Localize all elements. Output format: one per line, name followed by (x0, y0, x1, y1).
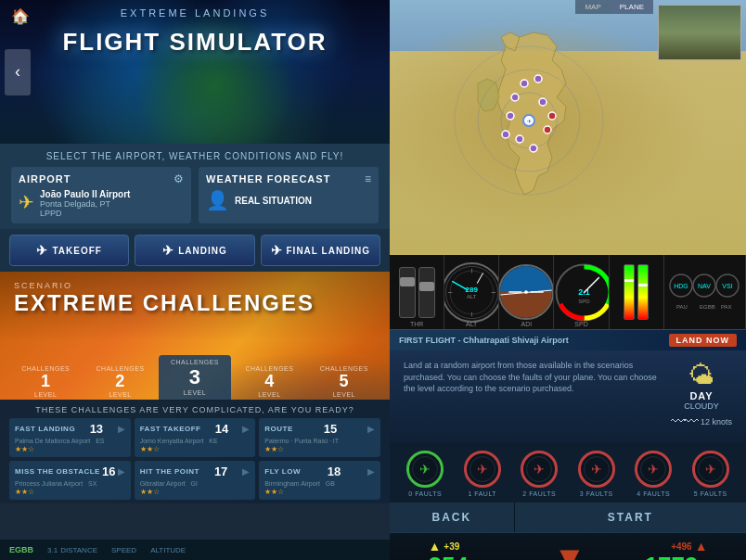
home-icon[interactable]: 🏠 (11, 7, 30, 25)
challenge-tab-1[interactable]: CHALLENGES 1 LEVEL (9, 362, 82, 401)
gear-icon[interactable]: ⚙ (174, 172, 184, 185)
challenge-item-14[interactable]: FAST TAKEOFF 14 ▶ Jomo Kenyatta Airport … (135, 418, 256, 457)
throttle-area (394, 262, 440, 323)
challenge-item-16[interactable]: MISS THE OBSTACLE 16 ▶ Princess Juliana … (9, 461, 131, 500)
challenge-14-arrow: ▶ (242, 424, 250, 434)
challenge-18-arrow: ▶ (367, 466, 375, 477)
challenge-tab-4[interactable]: CHALLENGES 4 LEVEL (233, 362, 305, 401)
tab5-level-label: LEVEL (310, 391, 379, 398)
svg-text:✈: ✈ (527, 119, 532, 124)
fault-3[interactable]: ✈ 3 FAULTS (571, 451, 624, 497)
weather-description: Land at a random airport from those avai… (404, 360, 662, 395)
tab4-level-label: LEVEL (235, 391, 303, 398)
takeoff-button[interactable]: ✈ TAKEOFF (9, 235, 129, 266)
tab2-challenges-label: CHALLENGES (85, 365, 154, 372)
svg-text:PAU: PAU (676, 304, 688, 310)
challenge-item-17[interactable]: HIT THE POINT 17 ▶ Gibraltar Airport GI … (135, 461, 256, 500)
weather-box[interactable]: WEATHER FORECAST ≡ 👤 REAL SITUATION (199, 167, 379, 223)
challenge-13-stars: ★★☆ (15, 445, 125, 453)
airport-code: LPPD (40, 209, 130, 218)
weather-person-icon: 👤 (206, 189, 229, 211)
weather-description-area: Land at a random airport from those avai… (404, 360, 662, 402)
challenge-18-num: 18 (328, 465, 341, 478)
challenge-16-stars: ★★☆ (15, 488, 125, 496)
left-panel: EXTREME LANDINGS FLIGHT SIMULATOR ‹ 🏠 SE… (0, 0, 390, 560)
fault-5[interactable]: ✈ 5 FAULTS (685, 451, 738, 497)
uk-map-svg: ✈ (445, 28, 612, 232)
map-tab-plane[interactable]: PLANE (611, 0, 653, 14)
final-landing-icon: ✈ (271, 243, 283, 258)
final-landing-button[interactable]: ✈ FINAL LANDING (261, 235, 380, 266)
challenge-13-num: 13 (90, 422, 103, 436)
airport-details: João Paulo II Airport Ponta Delgada, PT … (40, 189, 130, 218)
svg-point-16 (450, 271, 494, 314)
fault-5-label: 5 FAULTS (694, 490, 727, 497)
fault-0[interactable]: ✈ 0 FAULTS (399, 451, 452, 497)
challenge-item-18[interactable]: FLY LOW 18 ▶ Birmingham Airport GB ★★☆ (259, 461, 380, 500)
challenge-item-13[interactable]: FAST LANDING 13 ▶ Palma De Mallorca Airp… (9, 418, 131, 457)
svg-text:PAX: PAX (721, 304, 732, 310)
throttle-lever-1[interactable] (399, 267, 416, 318)
airport-weather-row: AIRPORT ⚙ ✈ João Paulo II Airport Ponta … (11, 167, 379, 223)
challenge-16-arrow: ▶ (118, 466, 125, 477)
airport-info: ✈ João Paulo II Airport Ponta Delgada, P… (19, 189, 184, 218)
challenge-tab-2[interactable]: CHALLENGES 2 LEVEL (84, 362, 156, 401)
tab3-level-label: LEVEL (161, 389, 229, 396)
challenges-title: EXTREME CHALLENGES (14, 290, 315, 316)
speed-gauge-svg: 2.1 SPD (554, 262, 609, 323)
challenge-16-airport: Princess Juliana Airport SX (15, 480, 125, 487)
fault-4[interactable]: ✈ 4 FAULTS (627, 451, 680, 497)
svg-text:HDG: HDG (675, 283, 689, 289)
svg-point-7 (544, 126, 551, 134)
left-bottom-bar: EGBB 3.1 DISTANCE SPEED ALTITUDE (0, 540, 390, 560)
fault-4-circle: ✈ (635, 451, 672, 488)
map-tab-map[interactable]: MAP (575, 0, 610, 14)
svg-point-5 (511, 94, 519, 101)
weather-main: Land at a random airport from those avai… (404, 360, 732, 430)
fault-1[interactable]: ✈ 1 FAULT (457, 451, 509, 497)
throttle-lever-2[interactable] (418, 267, 435, 318)
airport-label: AIRPORT (19, 173, 71, 185)
svg-point-9 (530, 145, 537, 152)
start-button[interactable]: START (515, 503, 746, 532)
challenge-item-15[interactable]: ROUTE 15 ▶ Palermo · Punta Raisi · IT ★★… (259, 418, 380, 457)
artificial-horizon (499, 264, 554, 320)
challenge-17-name: HIT THE POINT (140, 467, 199, 476)
svg-point-15 (445, 266, 497, 318)
bar-1 (624, 264, 635, 320)
alt-change: +496 (671, 541, 692, 552)
weather-box-header: WEATHER FORECAST ≡ (206, 172, 371, 185)
challenge-tab-3[interactable]: CHALLENGES 3 LEVEL (159, 355, 231, 401)
challenge-15-airport: Palermo · Punta Raisi · IT (264, 438, 375, 444)
filter-icon[interactable]: ≡ (365, 172, 371, 185)
map-section: MAP PLANE ✈ (390, 0, 746, 255)
tab4-num: 4 (235, 372, 303, 391)
wind-info: 〰〰 12 knots (671, 414, 732, 430)
fault-4-inner-ring (640, 456, 666, 482)
challenge-18-stars: ★★☆ (264, 488, 375, 496)
svg-point-8 (516, 135, 523, 143)
challenge-15-stars: ★★☆ (264, 445, 375, 453)
fault-2[interactable]: ✈ 2 FAULTS (513, 451, 566, 497)
vertical-bars (619, 260, 653, 325)
svg-point-12 (521, 80, 528, 87)
alt-value: 1779 (645, 552, 699, 560)
tab2-level-label: LEVEL (85, 391, 154, 398)
svg-text:EGBB: EGBB (700, 304, 715, 310)
challenge-14-num: 14 (215, 422, 228, 436)
hud-alt-value-row: 1779 ft (645, 554, 708, 560)
back-button[interactable]: BACK (390, 503, 515, 532)
tab5-challenges-label: CHALLENGES (310, 365, 379, 372)
bar-2 (637, 264, 649, 320)
land-now-badge: LAND NOW (669, 334, 738, 347)
fault-3-label: 3 FAULTS (580, 490, 613, 497)
nav-back-button[interactable]: ‹ (5, 49, 31, 95)
takeoff-label: TAKEOFF (52, 246, 101, 256)
flight-name: FIRST FLIGHT - Chhatrapati Shivaji Airpo… (399, 336, 569, 345)
challenge-tab-5[interactable]: CHALLENGES 5 LEVEL (308, 362, 380, 401)
airport-city: Ponta Delgada, PT (40, 199, 130, 209)
airport-box[interactable]: AIRPORT ⚙ ✈ João Paulo II Airport Ponta … (11, 167, 191, 223)
landing-button[interactable]: ✈ LANDING (135, 235, 254, 266)
tab5-num: 5 (310, 372, 379, 391)
landing-icon: ✈ (162, 243, 174, 258)
